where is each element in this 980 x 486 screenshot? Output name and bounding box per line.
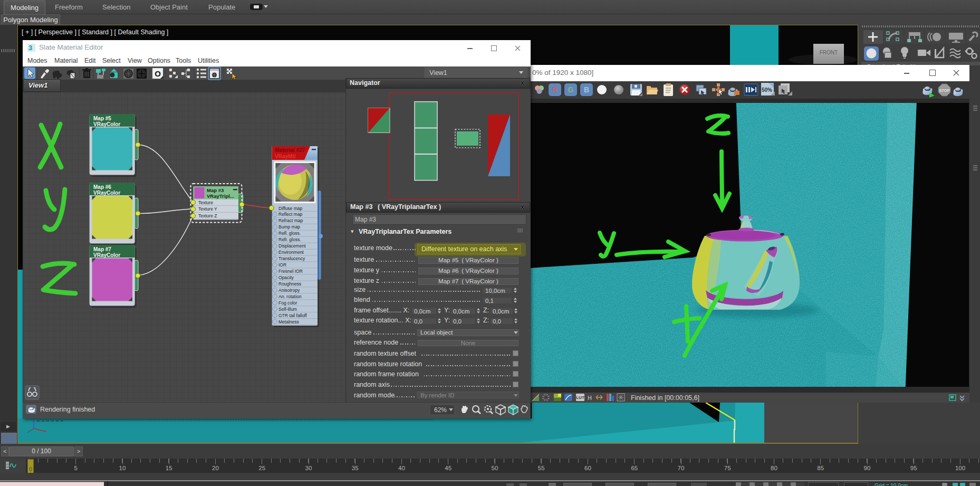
- svg-text:Bump map: Bump map: [278, 224, 300, 230]
- svg-text:B: B: [584, 85, 589, 94]
- svg-text:Roughness: Roughness: [278, 281, 301, 287]
- svg-text:Fog color: Fog color: [278, 300, 297, 306]
- svg-text:Displacement: Displacement: [278, 243, 306, 249]
- svg-text:Diffuse map: Diffuse map: [278, 206, 302, 211]
- svg-text:IOR: IOR: [278, 262, 286, 268]
- svg-text:Map #7: Map #7: [93, 246, 111, 252]
- svg-text:Opacity: Opacity: [278, 275, 294, 280]
- svg-text:Refract map: Refract map: [278, 218, 303, 223]
- svg-text:Refr. gloss.: Refr. gloss.: [278, 237, 301, 242]
- svg-text:Texture: Texture: [198, 200, 213, 205]
- svg-text:GTR tail falloff: GTR tail falloff: [278, 313, 307, 318]
- svg-text:Self-illum: Self-illum: [278, 307, 297, 312]
- svg-text:62%: 62%: [434, 406, 447, 414]
- svg-text:Reflect map: Reflect map: [278, 212, 303, 217]
- svg-text:VRayColor: VRayColor: [93, 252, 120, 258]
- svg-text:Metalness: Metalness: [278, 319, 299, 325]
- svg-text:Texture Y: Texture Y: [198, 206, 217, 212]
- svg-text:Rendering finished: Rendering finished: [40, 406, 95, 413]
- svg-text:Map #5: Map #5: [93, 116, 111, 121]
- svg-text:Translucency: Translucency: [278, 256, 305, 261]
- svg-text:Finished in [00:00:05,6]: Finished in [00:00:05,6]: [631, 394, 699, 402]
- svg-text:Refl. gloss.: Refl. gloss.: [278, 231, 301, 236]
- svg-text:Fresnel IOR: Fresnel IOR: [278, 269, 303, 274]
- svg-text:VRayColor: VRayColor: [93, 121, 120, 127]
- svg-text:An. rotation: An. rotation: [278, 294, 302, 299]
- svg-text:H: H: [588, 395, 592, 401]
- svg-text:R: R: [552, 85, 558, 94]
- svg-text:G: G: [568, 85, 574, 94]
- svg-text:Texture Z: Texture Z: [198, 213, 217, 218]
- svg-text:Map #3: Map #3: [207, 187, 224, 193]
- svg-text:Map #6: Map #6: [93, 184, 111, 190]
- svg-text:LUT: LUT: [576, 395, 584, 400]
- svg-text:VRayTripl...: VRayTripl...: [207, 193, 234, 199]
- svg-text:Environment: Environment: [278, 250, 304, 255]
- svg-text:VRayColor: VRayColor: [93, 190, 120, 196]
- svg-text:50%: 50%: [762, 87, 772, 93]
- svg-text:STOP: STOP: [939, 88, 949, 93]
- svg-text:VRayMtl: VRayMtl: [275, 154, 296, 159]
- svg-text:Anisotropy: Anisotropy: [278, 288, 300, 293]
- svg-text:O: O: [155, 69, 161, 78]
- svg-text:View1: View1: [429, 69, 447, 77]
- svg-text:Material #27: Material #27: [275, 147, 305, 153]
